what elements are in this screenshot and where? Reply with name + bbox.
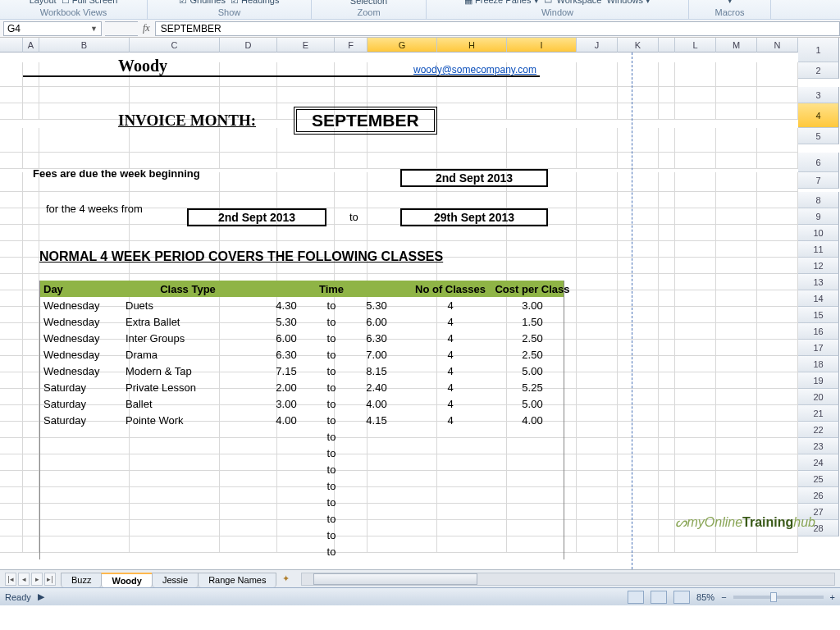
cell[interactable]: [577, 340, 618, 356]
cell[interactable]: [716, 192, 757, 208]
cell[interactable]: [716, 323, 757, 340]
cell[interactable]: [675, 274, 716, 290]
cell[interactable]: [716, 356, 757, 372]
col-header[interactable]: H: [437, 38, 507, 52]
table-row[interactable]: WednesdayModern & Tap7.15to8.1545.00: [39, 363, 564, 379]
cell[interactable]: [277, 225, 335, 241]
table-row[interactable]: WednesdayInter Groups6.00to6.3042.50: [39, 330, 564, 346]
cell[interactable]: [675, 356, 716, 372]
row-header[interactable]: 13: [798, 274, 839, 290]
row-header[interactable]: 8: [798, 192, 839, 208]
cell[interactable]: [659, 153, 675, 169]
cell[interactable]: [675, 405, 716, 422]
col-header[interactable]: D: [220, 38, 277, 52]
view-pagebreak-button[interactable]: [673, 591, 690, 604]
cell[interactable]: [23, 389, 39, 405]
table-row[interactable]: SaturdayBallet3.00to4.0045.00: [39, 395, 564, 412]
cell[interactable]: [757, 454, 798, 471]
cell[interactable]: [618, 520, 659, 536]
cell[interactable]: [716, 471, 757, 487]
cell[interactable]: [659, 128, 675, 153]
cell[interactable]: [716, 225, 757, 241]
cell[interactable]: [618, 258, 659, 274]
cell[interactable]: [618, 438, 659, 454]
row-header[interactable]: 18: [798, 356, 839, 372]
table-row[interactable]: to: [39, 510, 564, 527]
cell[interactable]: [277, 87, 335, 103]
cell[interactable]: [675, 389, 716, 405]
cell[interactable]: [618, 128, 659, 153]
cell[interactable]: [618, 422, 659, 438]
table-row[interactable]: to: [39, 527, 564, 543]
cell[interactable]: [675, 153, 716, 169]
table-row[interactable]: WednesdayDuets4.30to5.3043.00: [39, 297, 564, 313]
cell[interactable]: [675, 487, 716, 504]
col-header[interactable]: B: [39, 38, 130, 52]
cell[interactable]: [675, 323, 716, 340]
cell[interactable]: [757, 87, 798, 103]
table-row[interactable]: to: [39, 445, 564, 461]
zoom-level[interactable]: 85%: [696, 592, 714, 602]
cell[interactable]: [659, 87, 675, 103]
cell[interactable]: [577, 356, 618, 372]
cell[interactable]: [659, 356, 675, 372]
sheet-tab[interactable]: Buzz: [61, 573, 102, 587]
cell[interactable]: [618, 153, 659, 169]
cell[interactable]: [577, 323, 618, 340]
from-date-box[interactable]: 2nd Sept 2013: [187, 208, 326, 226]
cell[interactable]: [757, 471, 798, 487]
cell[interactable]: [716, 536, 757, 553]
layout-button[interactable]: Layout: [30, 0, 57, 6]
cell[interactable]: [0, 241, 23, 258]
row-header[interactable]: 19: [798, 372, 839, 389]
cell[interactable]: [23, 454, 39, 471]
cell[interactable]: [675, 241, 716, 258]
cell[interactable]: [618, 274, 659, 290]
cell[interactable]: [39, 153, 130, 169]
cell[interactable]: [577, 274, 618, 290]
cell[interactable]: [716, 241, 757, 258]
zoom-out-button[interactable]: −: [721, 592, 726, 602]
table-row[interactable]: WednesdayDrama6.30to7.0042.50: [39, 346, 564, 363]
cell[interactable]: [618, 389, 659, 405]
cell[interactable]: [577, 225, 618, 241]
cell[interactable]: [618, 307, 659, 323]
cell[interactable]: [757, 290, 798, 307]
sheet-tab[interactable]: Jessie: [152, 573, 199, 587]
tab-next-icon[interactable]: ▸: [31, 573, 43, 586]
cell[interactable]: [437, 87, 507, 103]
col-header[interactable]: [659, 38, 675, 52]
cell[interactable]: [23, 422, 39, 438]
cell[interactable]: [757, 389, 798, 405]
row-header[interactable]: 14: [798, 290, 839, 307]
cell[interactable]: [23, 290, 39, 307]
cell[interactable]: [659, 307, 675, 323]
cell[interactable]: [0, 258, 23, 274]
cell[interactable]: [23, 323, 39, 340]
cell[interactable]: [757, 208, 798, 225]
cell[interactable]: [659, 192, 675, 208]
cell[interactable]: [577, 372, 618, 389]
table-row[interactable]: to: [39, 428, 564, 445]
col-header[interactable]: G: [368, 38, 437, 52]
cell[interactable]: [220, 153, 277, 169]
cell[interactable]: [716, 153, 757, 169]
cell[interactable]: [716, 307, 757, 323]
cell[interactable]: [618, 290, 659, 307]
col-header[interactable]: C: [130, 38, 220, 52]
cell[interactable]: [675, 372, 716, 389]
cell[interactable]: [577, 471, 618, 487]
gridlines-checkbox[interactable]: ☑ Gridlines: [179, 0, 225, 6]
row-header[interactable]: 5: [798, 128, 839, 144]
cell[interactable]: [507, 87, 577, 103]
cell[interactable]: [368, 225, 437, 241]
cell[interactable]: [716, 389, 757, 405]
cell[interactable]: [23, 307, 39, 323]
view-layout-button[interactable]: [651, 591, 667, 604]
cell[interactable]: [507, 225, 577, 241]
macro-record-icon[interactable]: ▶: [38, 591, 44, 602]
cell[interactable]: [757, 536, 798, 553]
cell[interactable]: [675, 87, 716, 103]
cell[interactable]: [675, 103, 716, 120]
cell[interactable]: [757, 153, 798, 169]
